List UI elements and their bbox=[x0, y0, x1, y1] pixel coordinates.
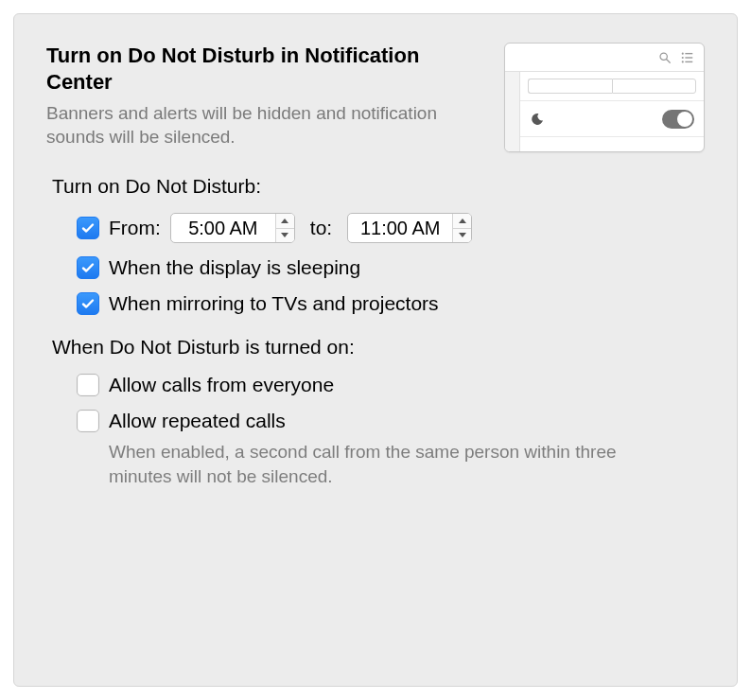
header-row: Turn on Do Not Disturb in Notification C… bbox=[46, 43, 705, 152]
from-step-up[interactable] bbox=[276, 214, 294, 229]
to-label: to: bbox=[310, 217, 332, 239]
to-time-input[interactable]: 11:00 AM bbox=[347, 213, 472, 243]
dnd-settings-panel: Turn on Do Not Disturb in Notification C… bbox=[13, 13, 738, 687]
from-label: From: bbox=[109, 217, 161, 239]
to-time-value[interactable]: 11:00 AM bbox=[348, 214, 452, 242]
svg-point-2 bbox=[682, 52, 684, 54]
preview-segmented-control bbox=[520, 72, 704, 101]
preview-sidebar bbox=[505, 72, 520, 151]
to-step-up[interactable] bbox=[453, 214, 471, 229]
svg-rect-5 bbox=[685, 57, 692, 58]
svg-rect-7 bbox=[685, 61, 692, 61]
repeated-calls-note: When enabled, a second call from the sam… bbox=[109, 440, 657, 488]
mirroring-checkbox[interactable] bbox=[77, 292, 99, 315]
from-time-stepper[interactable] bbox=[275, 214, 294, 242]
preview-dnd-row bbox=[520, 101, 704, 137]
moon-icon bbox=[530, 112, 545, 127]
from-time-input[interactable]: 5:00 AM bbox=[170, 213, 295, 243]
schedule-from-row: From: 5:00 AM to: 11:00 AM bbox=[77, 213, 705, 243]
preview-toolbar bbox=[505, 44, 704, 72]
svg-point-0 bbox=[660, 53, 667, 60]
page-title: Turn on Do Not Disturb in Notification C… bbox=[46, 43, 481, 95]
svg-point-4 bbox=[682, 56, 684, 58]
mirroring-row: When mirroring to TVs and projectors bbox=[77, 292, 705, 315]
allow-repeated-label: Allow repeated calls bbox=[109, 410, 286, 432]
display-sleep-label: When the display is sleeping bbox=[109, 256, 360, 279]
svg-line-1 bbox=[667, 59, 671, 62]
when-on-heading: When Do Not Disturb is turned on: bbox=[52, 336, 705, 359]
display-sleep-checkbox[interactable] bbox=[77, 256, 99, 279]
allow-everyone-label: Allow calls from everyone bbox=[109, 374, 334, 396]
schedule-heading: Turn on Do Not Disturb: bbox=[52, 175, 705, 198]
allow-repeated-row: Allow repeated calls bbox=[77, 410, 705, 432]
svg-rect-3 bbox=[685, 52, 692, 53]
allow-everyone-checkbox[interactable] bbox=[77, 374, 99, 396]
display-sleep-row: When the display is sleeping bbox=[77, 256, 705, 279]
allow-everyone-row: Allow calls from everyone bbox=[77, 374, 705, 396]
search-icon bbox=[658, 51, 672, 64]
from-step-down[interactable] bbox=[276, 229, 294, 243]
allow-repeated-checkbox[interactable] bbox=[77, 410, 99, 432]
page-subtitle: Banners and alerts will be hidden and no… bbox=[46, 102, 481, 149]
to-step-down[interactable] bbox=[453, 229, 471, 243]
from-time-value[interactable]: 5:00 AM bbox=[171, 214, 275, 242]
notification-center-preview bbox=[504, 43, 705, 152]
from-time-checkbox[interactable] bbox=[77, 217, 99, 239]
header-text: Turn on Do Not Disturb in Notification C… bbox=[46, 43, 485, 149]
preview-toggle bbox=[662, 110, 694, 129]
to-time-stepper[interactable] bbox=[452, 214, 471, 242]
mirroring-label: When mirroring to TVs and projectors bbox=[109, 292, 439, 315]
svg-point-6 bbox=[682, 61, 684, 62]
list-icon bbox=[681, 51, 694, 64]
